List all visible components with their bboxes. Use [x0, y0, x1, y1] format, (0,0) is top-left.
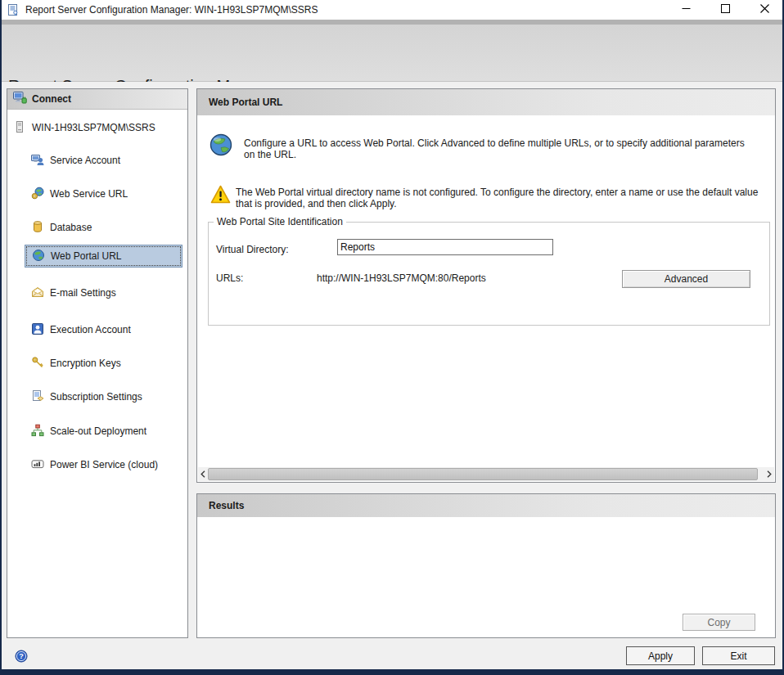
sidebar-item-label: E-mail Settings [50, 287, 116, 299]
sidebar-item-server[interactable]: WIN-1H93LSP7MQM\SSRS [13, 119, 155, 136]
scroll-right-button[interactable] [764, 467, 774, 481]
window-title: Report Server Configuration Manager: WIN… [25, 4, 318, 16]
sidebar-item-encryption-keys[interactable]: Encryption Keys [31, 355, 121, 371]
panel-description: Configure a URL to access Web Portal. Cl… [244, 137, 755, 160]
web-portal-url-panel: Web Portal URL Configure a URL to access… [196, 88, 776, 483]
app-window: Report Server Configuration Manager: WIN… [0, 0, 784, 675]
subscription-settings-icon [31, 389, 44, 405]
results-title: Results [197, 494, 775, 517]
sidebar-item-label: Web Service URL [50, 188, 128, 200]
globe-icon [210, 133, 232, 156]
maximize-icon [721, 4, 730, 16]
sidebar-item-label: Database [50, 222, 92, 233]
site-identification-group: Web Portal Site Identification Virtual D… [208, 222, 770, 326]
urls-label: URLs: [216, 272, 243, 284]
web-portal-url-icon [32, 249, 45, 264]
sidebar-item-web-portal-url[interactable]: Web Portal URL [25, 245, 182, 268]
title-bar: Report Server Configuration Manager: WIN… [2, 0, 782, 20]
maximize-button[interactable] [707, 0, 743, 20]
svg-text:?: ? [19, 652, 24, 660]
sidebar-item-label: Encryption Keys [50, 358, 121, 369]
sidebar-item-web-service-url[interactable]: Web Service URL [31, 186, 128, 202]
sidebar-item-subscription-settings[interactable]: Subscription Settings [31, 389, 142, 405]
app-icon [7, 3, 20, 16]
sidebar-item-email-settings[interactable]: E-mail Settings [31, 285, 116, 301]
virtual-directory-label: Virtual Directory: [216, 244, 288, 255]
copy-button[interactable]: Copy [683, 614, 755, 631]
warning-message: The Web Portal virtual directory name is… [236, 187, 773, 209]
sidebar-item-power-bi-service[interactable]: Power BI Service (cloud) [31, 457, 158, 473]
scroll-left-button[interactable] [198, 467, 208, 481]
help-icon[interactable]: ? [15, 650, 28, 663]
minimize-button[interactable] [668, 0, 704, 20]
web-service-url-icon [31, 187, 44, 202]
execution-account-icon [31, 322, 44, 338]
server-icon [13, 120, 26, 136]
sidebar-item-label: Web Portal URL [51, 250, 121, 262]
sidebar: Connect WIN-1H93LSP7MQM\SSRS Service Acc… [7, 88, 188, 638]
apply-button[interactable]: Apply [626, 646, 695, 665]
app-banner: Report Server Configuration Manager [2, 25, 782, 82]
virtual-directory-input[interactable] [337, 239, 553, 255]
sidebar-item-label: Service Account [50, 155, 120, 166]
group-title: Web Portal Site Identification [214, 216, 346, 227]
sidebar-item-label: Execution Account [50, 324, 131, 335]
sidebar-item-label: Subscription Settings [50, 391, 142, 403]
window-border-bottom [0, 669, 784, 675]
results-panel: Results Copy [196, 493, 776, 638]
connect-header: Connect [7, 89, 187, 110]
exit-button[interactable]: Exit [702, 646, 775, 665]
warning-icon [210, 185, 231, 204]
connect-icon [13, 91, 27, 107]
minimize-icon [682, 4, 691, 16]
sidebar-item-label: Power BI Service (cloud) [50, 459, 158, 470]
scale-out-deployment-icon [31, 424, 44, 439]
database-icon [31, 220, 44, 236]
service-account-icon [31, 153, 44, 169]
horizontal-scrollbar[interactable] [198, 467, 774, 481]
panel-title: Web Portal URL [197, 89, 775, 115]
sidebar-item-label: WIN-1H93LSP7MQM\SSRS [32, 122, 155, 133]
power-bi-icon [31, 457, 44, 473]
advanced-button[interactable]: Advanced [622, 270, 750, 288]
sidebar-item-label: Scale-out Deployment [50, 425, 146, 437]
encryption-keys-icon [31, 356, 44, 371]
sidebar-item-scale-out-deployment[interactable]: Scale-out Deployment [31, 423, 146, 439]
urls-value: http://WIN-1H93LSP7MQM:80/Reports [317, 272, 486, 284]
sidebar-item-database[interactable]: Database [31, 219, 92, 236]
window-border-left [0, 0, 2, 675]
chevron-left-icon [201, 469, 205, 480]
connect-label: Connect [32, 93, 71, 105]
email-settings-icon [31, 286, 44, 301]
sidebar-item-execution-account[interactable]: Execution Account [31, 322, 131, 338]
content-area: Connect WIN-1H93LSP7MQM\SSRS Service Acc… [2, 82, 782, 669]
chevron-right-icon [767, 469, 772, 480]
sidebar-item-service-account[interactable]: Service Account [31, 152, 120, 169]
close-button[interactable] [746, 0, 782, 20]
scrollbar-thumb[interactable] [208, 468, 758, 480]
close-icon [760, 4, 769, 16]
